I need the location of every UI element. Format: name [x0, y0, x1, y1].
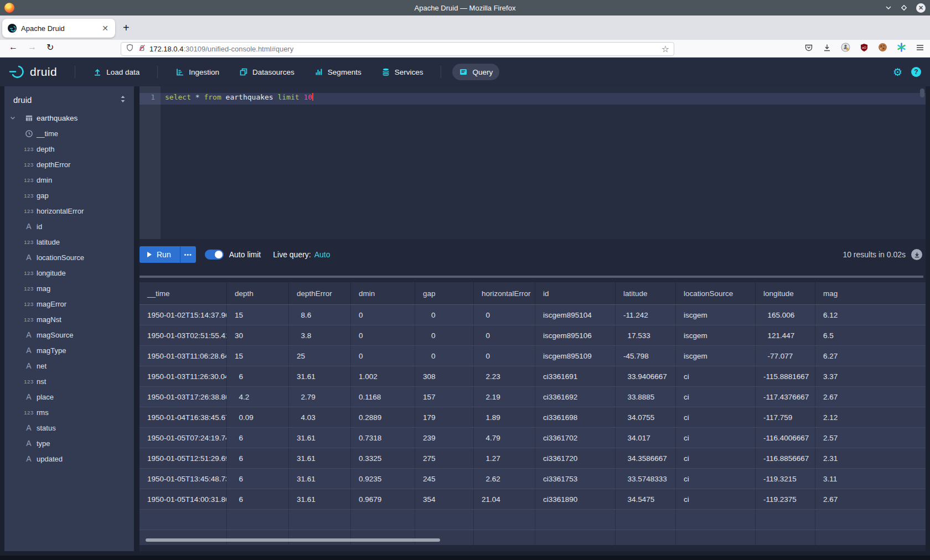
tab-close-icon[interactable]: ✕ — [101, 24, 110, 33]
nav-item-ingestion[interactable]: Ingestion — [169, 64, 226, 80]
bookmark-star-icon[interactable]: ☆ — [662, 44, 669, 54]
nav-item-load-data[interactable]: Load data — [86, 64, 146, 80]
cell-longitude[interactable]: -117.4376667 — [756, 387, 815, 407]
cell-depth[interactable]: 6 — [227, 469, 289, 489]
column-header-depth[interactable]: depth — [227, 282, 289, 304]
cell-dmin[interactable]: 0 — [351, 305, 415, 325]
tree-column-magError[interactable]: 123magError — [4, 296, 134, 312]
tree-column-rms[interactable]: 123rms — [4, 405, 134, 420]
cell-mag[interactable]: 3.37 — [815, 366, 926, 386]
tree-column-depthError[interactable]: 123depthError — [4, 157, 134, 172]
cell-mag[interactable]: 2.57 — [815, 428, 926, 448]
cell-gap[interactable]: 0 — [415, 346, 474, 366]
tree-column-nst[interactable]: 123nst — [4, 374, 134, 389]
column-header-gap[interactable]: gap — [415, 282, 474, 304]
window-maximize-icon[interactable] — [901, 4, 907, 11]
cell-depthError[interactable]: 31.61 — [289, 489, 351, 509]
cell-depthError[interactable]: 4.03 — [289, 407, 351, 427]
cell-__time[interactable]: 1950-01-05T07:24:19.740Z — [140, 428, 227, 448]
cell-horizontalError[interactable]: 4.79 — [474, 428, 535, 448]
cell-__time[interactable]: 1950-01-03T11:26:30.040Z — [140, 366, 227, 386]
cell-__time[interactable]: 1950-01-04T16:38:45.670Z — [140, 407, 227, 427]
cell-id[interactable]: iscgem895104 — [535, 305, 616, 325]
tree-column-horizontalError[interactable]: 123horizontalError — [4, 203, 134, 219]
cell-latitude[interactable]: 34.0755 — [616, 407, 676, 427]
cell-depthError[interactable]: 31.61 — [289, 428, 351, 448]
splitter-handle[interactable] — [140, 276, 923, 278]
sort-columns-icon[interactable] — [120, 95, 126, 105]
cell-depth[interactable]: 0.09 — [227, 407, 289, 427]
cell-longitude[interactable]: -77.077 — [756, 346, 815, 366]
cell-longitude[interactable]: 165.006 — [756, 305, 815, 325]
cell-longitude[interactable]: -117.759 — [756, 407, 815, 427]
cell-depthError[interactable]: 2.79 — [289, 387, 351, 407]
cell-depthError[interactable]: 31.61 — [289, 469, 351, 489]
cookie-extension-icon[interactable] — [878, 43, 887, 54]
cell-depthError[interactable]: 31.61 — [289, 366, 351, 386]
ublock-icon[interactable]: uO — [860, 43, 869, 54]
cell-id[interactable]: ci3361698 — [535, 407, 616, 427]
url-bar[interactable]: 172.18.0.4:30109/unified-console.html#qu… — [121, 42, 674, 56]
cell-horizontalError[interactable]: 2.62 — [474, 469, 535, 489]
pocket-icon[interactable] — [804, 43, 813, 54]
tree-item-earthquakes[interactable]: earthquakes — [4, 110, 134, 126]
cell-depthError[interactable]: 3.8 — [289, 325, 351, 345]
horizontal-scrollbar[interactable] — [146, 538, 440, 542]
cell-gap[interactable]: 0 — [415, 325, 474, 345]
nav-item-segments[interactable]: Segments — [308, 64, 368, 80]
nav-item-services[interactable]: Services — [375, 64, 430, 80]
tree-column-status[interactable]: Astatus — [4, 420, 134, 435]
tree-column-latitude[interactable]: 123latitude — [4, 234, 134, 250]
nav-item-query[interactable]: Query — [452, 64, 499, 80]
cell-horizontalError[interactable]: 1.27 — [474, 448, 535, 468]
cell-__time[interactable]: 1950-01-03T11:06:28.640Z — [140, 346, 227, 366]
cell-latitude[interactable]: 34.017 — [616, 428, 676, 448]
download-results-icon[interactable] — [911, 249, 922, 260]
tree-column-type[interactable]: Atype — [4, 435, 134, 451]
column-header-__time[interactable]: __time — [140, 282, 227, 304]
cell-locationSource[interactable]: ci — [676, 428, 756, 448]
cell-dmin[interactable]: 1.002 — [351, 366, 415, 386]
cell-locationSource[interactable]: ci — [676, 489, 756, 509]
shield-icon[interactable] — [126, 44, 134, 54]
column-header-id[interactable]: id — [535, 282, 616, 304]
cell-gap[interactable]: 0 — [415, 305, 474, 325]
back-button[interactable]: ← — [9, 42, 18, 52]
cell-gap[interactable]: 157 — [415, 387, 474, 407]
cell-locationSource[interactable]: ci — [676, 448, 756, 468]
cell-__time[interactable]: 1950-01-05T12:51:29.690Z — [140, 448, 227, 468]
cell-mag[interactable]: 6.5 — [815, 325, 926, 345]
cell-dmin[interactable]: 0.1168 — [351, 387, 415, 407]
auto-limit-toggle[interactable] — [205, 250, 224, 260]
cell-horizontalError[interactable]: 21.04 — [474, 489, 535, 509]
downloads-icon[interactable] — [823, 43, 831, 54]
new-tab-button[interactable]: + — [123, 22, 130, 33]
cell-latitude[interactable]: 34.3586667 — [616, 448, 676, 468]
cell-horizontalError[interactable]: 2.19 — [474, 387, 535, 407]
cell-latitude[interactable]: 33.9406667 — [616, 366, 676, 386]
column-header-longitude[interactable]: longitude — [756, 282, 815, 304]
cell-depthError[interactable]: 8.6 — [289, 305, 351, 325]
cell-mag[interactable]: 2.67 — [815, 489, 926, 509]
window-minimize-icon[interactable] — [885, 4, 892, 11]
cell-gap[interactable]: 308 — [415, 366, 474, 386]
cell-latitude[interactable]: 17.533 — [616, 325, 676, 345]
help-icon[interactable]: ? — [911, 67, 921, 77]
cell-locationSource[interactable]: iscgem — [676, 325, 756, 345]
tree-column-place[interactable]: Aplace — [4, 389, 134, 405]
cell-id[interactable]: iscgem895109 — [535, 346, 616, 366]
cell-longitude[interactable]: -119.3215 — [756, 469, 815, 489]
cell-mag[interactable]: 2.12 — [815, 407, 926, 427]
cell-longitude[interactable]: -116.8856667 — [756, 448, 815, 468]
cell-id[interactable]: ci3361890 — [535, 489, 616, 509]
column-header-horizontalError[interactable]: horizontalError — [474, 282, 535, 304]
tree-column-depth[interactable]: 123depth — [4, 141, 134, 157]
cell-depth[interactable]: 15 — [227, 346, 289, 366]
run-button[interactable]: Run — [140, 246, 180, 263]
column-header-dmin[interactable]: dmin — [351, 282, 415, 304]
cell-locationSource[interactable]: iscgem — [676, 346, 756, 366]
cell-id[interactable]: iscgem895106 — [535, 325, 616, 345]
cell-horizontalError[interactable]: 0 — [474, 346, 535, 366]
settings-gear-icon[interactable]: ⚙ — [893, 66, 902, 79]
tree-column-longitude[interactable]: 123longitude — [4, 265, 134, 281]
